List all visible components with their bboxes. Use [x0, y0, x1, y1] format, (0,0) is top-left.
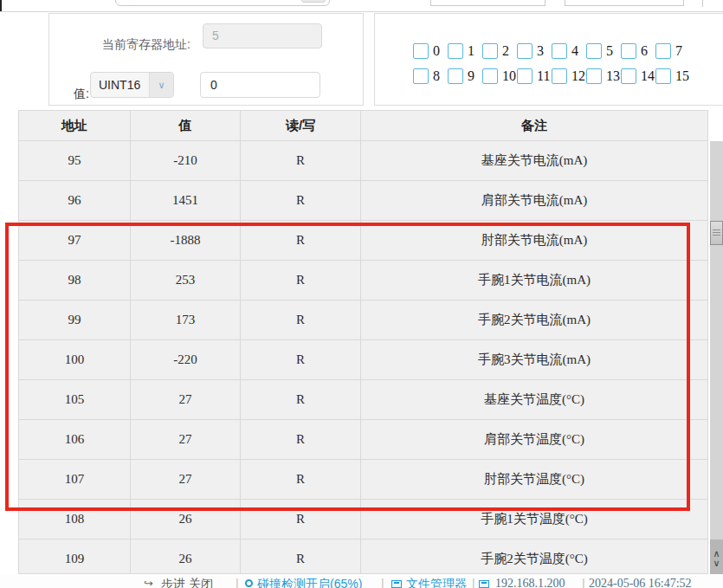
bit-checkbox-1[interactable]: 1	[448, 43, 476, 59]
cell-address: 109	[19, 540, 131, 574]
cell-address: 107	[19, 460, 131, 499]
checkbox-icon[interactable]	[482, 43, 498, 59]
value-label: 值:	[74, 87, 89, 102]
bit-checkbox-5[interactable]: 5	[586, 43, 615, 59]
cell-value: 26	[131, 540, 241, 574]
table-row[interactable]: 108 26 R 手腕1关节温度(°C)	[19, 500, 707, 540]
header-note: 备注	[361, 111, 707, 140]
scroll-up-icon[interactable]: ∧	[713, 550, 720, 558]
scroll-down-icon[interactable]: ∨	[713, 559, 720, 567]
table-row[interactable]: 97 -1888 R 肘部关节电流(mA)	[19, 221, 707, 261]
table-row[interactable]: 107 27 R 肘部关节温度(°C)	[19, 460, 707, 500]
bit-checkbox-6[interactable]: 6	[621, 43, 649, 59]
cell-value: 1451	[131, 181, 241, 220]
bit-checkbox-11[interactable]: 11	[517, 68, 545, 84]
cell-address: 108	[19, 500, 131, 539]
bit-checkbox-12[interactable]: 12	[552, 68, 580, 84]
header-value: 值	[131, 111, 241, 140]
cell-note: 手腕1关节电流(mA)	[361, 261, 707, 300]
checkbox-icon[interactable]	[552, 43, 567, 59]
table-row[interactable]: 105 27 R 基座关节温度(°C)	[19, 380, 707, 420]
bit-checkbox-9[interactable]: 9	[448, 68, 476, 84]
cell-address: 97	[19, 221, 131, 260]
status-separator: |	[582, 577, 585, 588]
top-input-inner-button[interactable]	[301, 0, 326, 3]
cell-read-write: R	[241, 300, 361, 339]
table-row[interactable]: 98 253 R 手腕1关节电流(mA)	[19, 261, 707, 300]
cell-note: 肩部关节温度(°C)	[361, 420, 707, 459]
cell-read-write: R	[241, 420, 361, 459]
checkbox-icon[interactable]	[517, 43, 533, 59]
collision-icon	[245, 579, 253, 587]
checkbox-icon[interactable]	[586, 68, 602, 84]
bit-label: 0	[433, 43, 440, 59]
bit-label: 8	[433, 68, 440, 84]
checkbox-icon[interactable]	[655, 68, 671, 84]
cell-value: -210	[131, 141, 241, 180]
bit-label: 11	[537, 68, 550, 84]
checkbox-icon[interactable]	[482, 68, 498, 84]
bit-label: 12	[571, 68, 585, 84]
checkbox-icon[interactable]	[621, 68, 636, 84]
top-input-partial-2[interactable]	[430, 0, 545, 6]
chevron-down-icon[interactable]: ∨	[149, 73, 173, 97]
value-type-selected: UINT16	[91, 78, 149, 92]
cell-address: 106	[19, 420, 131, 459]
top-input-ghost-text: ···	[125, 0, 139, 4]
bit-checkbox-13[interactable]: 13	[586, 68, 615, 84]
bit-checkbox-7[interactable]: 7	[655, 43, 684, 59]
table-row[interactable]: 99 173 R 手腕2关节电流(mA)	[19, 300, 707, 340]
step-status-label: 步进 关闭	[161, 577, 213, 588]
cell-value: -220	[131, 340, 241, 379]
current-register-address-input[interactable]: 5	[203, 23, 322, 48]
header-read-write: 读/写	[241, 111, 361, 140]
bit-label: 1	[468, 43, 474, 59]
checkbox-icon[interactable]	[413, 43, 429, 59]
cell-value: 26	[131, 500, 241, 539]
value-input[interactable]: 0	[200, 72, 320, 98]
table-row[interactable]: 96 1451 R 肩部关节电流(mA)	[19, 181, 707, 221]
vertical-scrollbar-track[interactable]	[710, 141, 723, 540]
bit-checkbox-10[interactable]: 10	[482, 68, 511, 84]
bit-checkbox-4[interactable]: 4	[552, 43, 580, 59]
top-input-partial-1[interactable]: ···	[115, 0, 330, 6]
cell-note: 基座关节温度(°C)	[361, 380, 707, 419]
checkbox-icon[interactable]	[621, 43, 636, 59]
cell-note: 手腕2关节温度(°C)	[361, 540, 707, 574]
bit-flags-panel: 0 1 2 3 4 5 6 7 8 9 10 11 12 13	[374, 13, 723, 106]
bits-row-1: 0 1 2 3 4 5 6 7	[413, 43, 684, 59]
bit-label: 5	[606, 43, 613, 59]
collision-detection-link[interactable]: 碰撞检测开启(65%)	[257, 577, 362, 588]
bit-checkbox-8[interactable]: 8	[413, 68, 442, 84]
bit-checkbox-3[interactable]: 3	[517, 43, 545, 59]
status-separator: |	[472, 577, 475, 588]
file-manager-icon	[391, 580, 402, 588]
value-type-select[interactable]: UINT16 ∨	[90, 72, 174, 98]
checkbox-icon[interactable]	[448, 43, 463, 59]
bit-checkbox-14[interactable]: 14	[621, 68, 649, 84]
checkbox-icon[interactable]	[448, 68, 463, 84]
bit-checkbox-0[interactable]: 0	[413, 43, 442, 59]
table-row[interactable]: 100 -220 R 手腕3关节电流(mA)	[19, 340, 707, 380]
checkbox-icon[interactable]	[586, 43, 602, 59]
checkbox-icon[interactable]	[517, 68, 533, 84]
file-manager-link[interactable]: 文件管理器	[406, 577, 467, 588]
vertical-scrollbar-thumb[interactable]	[710, 221, 723, 245]
checkbox-icon[interactable]	[552, 68, 567, 84]
scrollbar-spinner[interactable]: ∧ ∨	[710, 540, 723, 577]
register-table: 地址 值 读/写 备注 95 -210 R 基座关节电流(mA) 96 1451…	[18, 110, 708, 574]
checkbox-icon[interactable]	[413, 68, 429, 84]
cell-value: 27	[131, 460, 241, 499]
table-row[interactable]: 109 26 R 手腕2关节温度(°C)	[19, 540, 707, 574]
table-header-row: 地址 值 读/写 备注	[19, 111, 707, 141]
bit-checkbox-2[interactable]: 2	[482, 43, 511, 59]
current-register-address-label: 当前寄存器地址:	[74, 37, 190, 53]
top-input-partial-3[interactable]	[565, 0, 684, 6]
checkbox-icon[interactable]	[655, 43, 671, 59]
bits-row-2: 8 9 10 11 12 13 14 15	[413, 68, 684, 84]
cell-read-write: R	[241, 221, 361, 260]
table-row[interactable]: 106 27 R 肩部关节温度(°C)	[19, 420, 707, 460]
cell-read-write: R	[241, 340, 361, 379]
bit-checkbox-15[interactable]: 15	[655, 68, 684, 84]
table-row[interactable]: 95 -210 R 基座关节电流(mA)	[19, 141, 707, 181]
